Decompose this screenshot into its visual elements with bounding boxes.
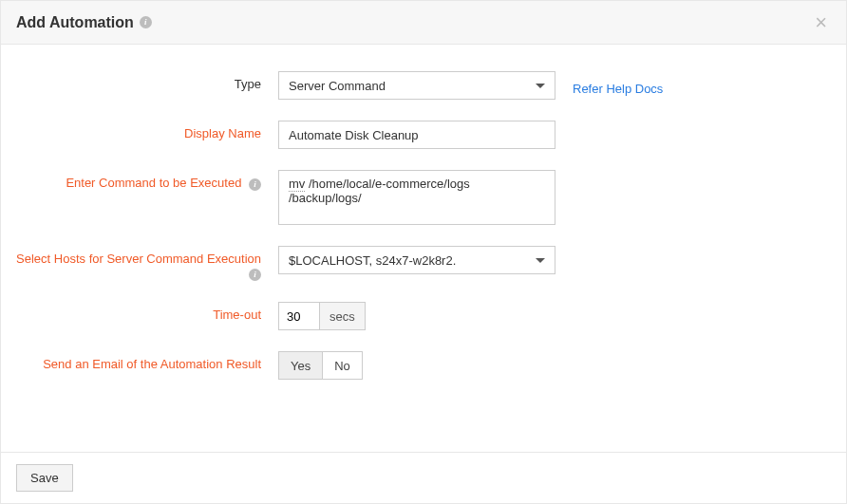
dialog-header: Add Automation i ×	[1, 1, 846, 45]
dialog-title-wrap: Add Automation i	[16, 14, 152, 31]
field-email-result: Yes No	[278, 351, 363, 380]
label-display-name: Display Name	[16, 121, 278, 140]
row-type: Type Server Command Refer Help Docs	[16, 71, 831, 100]
field-hosts: $LOCALHOST, s24x7-w2k8r2.	[278, 246, 555, 274]
toggle-no-button[interactable]: No	[323, 351, 363, 380]
label-timeout: Time-out	[16, 302, 278, 322]
timeout-input[interactable]	[278, 302, 320, 330]
field-command: mv /home/local/e-commerce/logs /backup/l…	[278, 170, 555, 225]
dialog-footer: Save	[1, 452, 846, 503]
label-hosts: Select Hosts for Server Command Executio…	[16, 246, 278, 281]
info-icon[interactable]: i	[249, 269, 261, 281]
toggle-yes-button[interactable]: Yes	[278, 351, 323, 380]
label-hosts-text: Select Hosts for Server Command Executio…	[16, 252, 261, 266]
row-display-name: Display Name	[16, 121, 831, 149]
form-body: Type Server Command Refer Help Docs Disp…	[1, 45, 846, 416]
label-command: Enter Command to be Executed i	[16, 170, 278, 191]
save-button[interactable]: Save	[16, 464, 73, 492]
field-display-name	[278, 121, 555, 149]
help-docs-link[interactable]: Refer Help Docs	[573, 76, 663, 96]
close-icon[interactable]: ×	[811, 9, 831, 37]
label-type: Type	[16, 71, 278, 91]
field-timeout: secs	[278, 302, 366, 330]
field-type: Server Command Refer Help Docs	[278, 71, 663, 100]
row-hosts: Select Hosts for Server Command Executio…	[16, 246, 831, 281]
label-command-text: Enter Command to be Executed	[66, 176, 241, 190]
info-icon[interactable]: i	[140, 16, 152, 28]
hosts-select[interactable]: $LOCALHOST, s24x7-w2k8r2.	[278, 246, 555, 274]
type-select[interactable]: Server Command	[278, 71, 555, 100]
info-icon[interactable]: i	[249, 178, 261, 191]
command-textarea[interactable]: mv /home/local/e-commerce/logs /backup/l…	[278, 170, 555, 225]
chevron-down-icon	[536, 84, 545, 88]
timeout-unit: secs	[320, 302, 366, 330]
dialog-title: Add Automation	[16, 14, 134, 31]
label-email-result: Send an Email of the Automation Result	[16, 351, 278, 371]
hosts-select-value: $LOCALHOST, s24x7-w2k8r2.	[289, 253, 456, 268]
row-email-result: Send an Email of the Automation Result Y…	[16, 351, 831, 380]
chevron-down-icon	[536, 258, 545, 263]
email-toggle-group: Yes No	[278, 351, 363, 380]
display-name-input[interactable]	[278, 121, 555, 149]
row-command: Enter Command to be Executed i mv /home/…	[16, 170, 831, 225]
type-select-value: Server Command	[289, 79, 386, 93]
row-timeout: Time-out secs	[16, 302, 831, 330]
